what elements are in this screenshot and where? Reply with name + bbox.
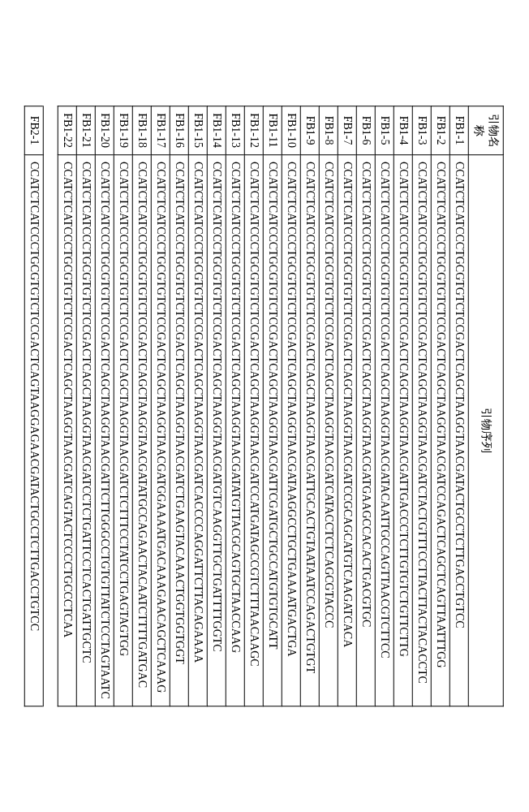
table-row: FB1-7CCATCTCATCCCTGCGTGTCTCCGACTCAGCTAAG…	[338, 106, 357, 706]
primer-seq-cell: CCATCTCATCCCTGCGTGTCTCCGACTCAGCTAAGGTAAC…	[58, 155, 77, 706]
table-row: FB1-8CCATCTCATCCCTGCGTGTCTCCGACTCAGCTAAG…	[320, 106, 338, 706]
table-header-row: 引物名称引物序列	[469, 106, 504, 706]
primer-name-cell: FB2-1	[25, 106, 44, 155]
primer-name-cell: FB1-4	[394, 106, 413, 155]
table-row: FB1-22CCATCTCATCCCTGCGTGTCTCCGACTCAGCTAA…	[58, 106, 77, 706]
primer-name-cell: FB1-8	[320, 106, 338, 155]
primer-seq-cell: CCATCTCATCCCTGCGTGTCTCCGACTCAGCTAAGGTAAC…	[301, 155, 320, 706]
table-row: FB1-9CCATCTCATCCCTGCGTGTCTCCGACTCAGCTAAG…	[301, 106, 320, 706]
primer-name-cell: FB1-1	[450, 106, 469, 155]
table-row: FB1-19CCATCTCATCCCTGCGTGTCTCCGACTCAGCTAA…	[114, 106, 133, 706]
primer-name-cell: FB1-20	[96, 106, 114, 155]
primer-seq-cell: CCATCTCATCCCTGCGTGTCTCCGACTCAGCTAAGGTAAC…	[133, 155, 152, 706]
primer-seq-cell: CCATCTCATCCCTGCGTGTCTCCGACTCAGCTAAGGTAAC…	[413, 155, 432, 706]
primer-name-cell: FB1-6	[357, 106, 376, 155]
primer-name-cell: FB1-9	[301, 106, 320, 155]
table-row: FB1-15CCATCTCATCCCTGCGTGTCTCCGACTCAGCTAA…	[189, 106, 208, 706]
primer-seq-cell: CCATCTCATCCCTGCGTGTCTCCGACTCAGCTAAGGTAAC…	[170, 155, 189, 706]
primer-name-cell: FB1-7	[338, 106, 357, 155]
primer-seq-cell: CCATCTCATCCCTGCGTGTCTCCGACTCAGCTAAGGTAAC…	[432, 155, 450, 706]
primer-name-cell: FB1-18	[133, 106, 152, 155]
primer-seq-cell: CCATCTCATCCCTGCGTGTCTCCGACTCAGCTAAGGTAAC…	[245, 155, 264, 706]
header-name: 引物名称	[469, 106, 504, 155]
primer-name-cell: FB1-17	[152, 106, 170, 155]
primer-seq-cell: CCATCTCATCCCTGCGTGTCTCCGACTCAGCTAAGGTAAC…	[152, 155, 170, 706]
table-row: FB1-11CCATCTCATCCCTGCGTGTCTCCGACTCAGCTAA…	[264, 106, 282, 706]
table-row: FB1-4CCATCTCATCCCTGCGTGTCTCCGACTCAGCTAAG…	[394, 106, 413, 706]
primer-seq-cell: CCATCTCATCCCTGCGTGTCTCCGACTCAGCTAAGGTAAC…	[264, 155, 282, 706]
table-row: FB1-17CCATCTCATCCCTGCGTGTCTCCGACTCAGCTAA…	[152, 106, 170, 706]
primer-seq-cell: CCATCTCATCCCTGCGTGTCTCCGACTCAGCTAAGGTAAC…	[394, 155, 413, 706]
primer-name-cell: FB1-21	[77, 106, 96, 155]
primer-name-cell: FB1-3	[413, 106, 432, 155]
table-row: FB1-13CCATCTCATCCCTGCGTGTCTCCGACTCAGCTAA…	[226, 106, 245, 706]
primer-seq-cell: CCATCTCATCCCTGCGTGTCTCCGACTCAGCTAAGGTAAC…	[376, 155, 394, 706]
primer-seq-cell: CCATCTCATCCCTGCGTGTCTCCGACTCAGTAAGGAGAAC…	[25, 155, 44, 706]
primer-name-cell: FB1-15	[189, 106, 208, 155]
primer-name-cell: FB1-13	[226, 106, 245, 155]
primer-name-cell: FB1-2	[432, 106, 450, 155]
table-row: FB1-5CCATCTCATCCCTGCGTGTCTCCGACTCAGCTAAG…	[376, 106, 394, 706]
table-row: FB1-18CCATCTCATCCCTGCGTGTCTCCGACTCAGCTAA…	[133, 106, 152, 706]
table-separator	[44, 106, 58, 706]
table-row: FB1-10CCATCTCATCCCTGCGTGTCTCCGACTCAGCTAA…	[282, 106, 301, 706]
primer-name-cell: FB1-5	[376, 106, 394, 155]
primer-seq-cell: CCATCTCATCCCTGCGTGTCTCCGACTCAGCTAAGGTAAC…	[189, 155, 208, 706]
primer-seq-cell: CCATCTCATCCCTGCGTGTCTCCGACTCAGCTAAGGTAAC…	[208, 155, 226, 706]
primer-name-cell: FB1-16	[170, 106, 189, 155]
primer-name-cell: FB1-12	[245, 106, 264, 155]
table-row: FB1-1CCATCTCATCCCTGCGTGTCTCCGACTCAGCTAAG…	[450, 106, 469, 706]
table-row: FB1-16CCATCTCATCCCTGCGTGTCTCCGACTCAGCTAA…	[170, 106, 189, 706]
table-row: FB2-1CCATCTCATCCCTGCGTGTCTCCGACTCAGTAAGG…	[25, 106, 44, 706]
primer-sequence-table: 引物名称引物序列FB1-1CCATCTCATCCCTGCGTGTCTCCGACT…	[25, 106, 505, 706]
table-row: FB1-20CCATCTCATCCCTGCGTGTCTCCGACTCAGCTAA…	[96, 106, 114, 706]
table-row: FB1-3CCATCTCATCCCTGCGTGTCTCCGACTCAGCTAAG…	[413, 106, 432, 706]
primer-seq-cell: CCATCTCATCCCTGCGTGTCTCCGACTCAGCTAAGGTAAC…	[338, 155, 357, 706]
table-row: FB1-14CCATCTCATCCCTGCGTGTCTCCGACTCAGCTAA…	[208, 106, 226, 706]
primer-seq-cell: CCATCTCATCCCTGCGTGTCTCCGACTCAGCTAAGGTAAC…	[450, 155, 469, 706]
primer-seq-cell: CCATCTCATCCCTGCGTGTCTCCGACTCAGCTAAGGTAAC…	[96, 155, 114, 706]
primer-seq-cell: CCATCTCATCCCTGCGTGTCTCCGACTCAGCTAAGGTAAC…	[282, 155, 301, 706]
primer-name-cell: FB1-19	[114, 106, 133, 155]
primer-name-cell: FB1-14	[208, 106, 226, 155]
primer-name-cell: FB1-22	[58, 106, 77, 155]
table-row: FB1-6CCATCTCATCCCTGCGTGTCTCCGACTCAGCTAAG…	[357, 106, 376, 706]
table-row: FB1-21CCATCTCATCCCTGCGTGTCTCCGACTCAGCTAA…	[77, 106, 96, 706]
separator-cell	[44, 106, 58, 706]
table-row: FB1-12CCATCTCATCCCTGCGTGTCTCCGACTCAGCTAA…	[245, 106, 264, 706]
primer-seq-cell: CCATCTCATCCCTGCGTGTCTCCGACTCAGCTAAGGTAAC…	[226, 155, 245, 706]
primer-seq-cell: CCATCTCATCCCTGCGTGTCTCCGACTCAGCTAAGGTAAC…	[114, 155, 133, 706]
primer-seq-cell: CCATCTCATCCCTGCGTGTCTCCGACTCAGCTAAGGTAAC…	[320, 155, 338, 706]
primer-name-cell: FB1-11	[264, 106, 282, 155]
header-seq: 引物序列	[469, 155, 504, 706]
primer-name-cell: FB1-10	[282, 106, 301, 155]
primer-seq-cell: CCATCTCATCCCTGCGTGTCTCCGACTCAGCTAAGGTAAC…	[357, 155, 376, 706]
table-row: FB1-2CCATCTCATCCCTGCGTGTCTCCGACTCAGCTAAG…	[432, 106, 450, 706]
primer-seq-cell: CCATCTCATCCCTGCGTGTCTCCGACTCAGCTAAGGTAAC…	[77, 155, 96, 706]
